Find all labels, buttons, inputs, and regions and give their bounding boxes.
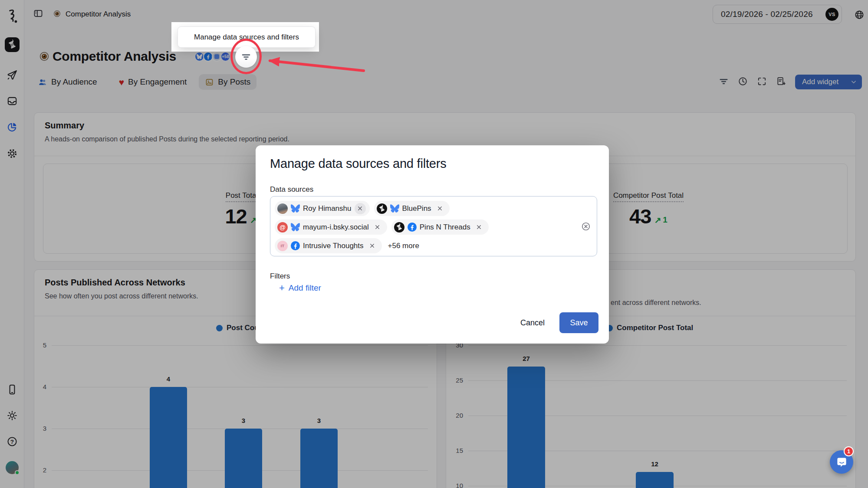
annotation-red-circle	[230, 39, 262, 74]
manage-data-sources-modal: Manage data sources and filters Data sou…	[256, 145, 609, 344]
chip-label: Pins N Threads	[420, 223, 470, 232]
remove-chip-icon[interactable]	[355, 203, 366, 214]
source-chip-mayum[interactable]: @ mayum-i.bsky.social	[275, 219, 387, 235]
source-chip-roy-himanshu[interactable]: Roy Himanshu	[275, 201, 370, 216]
bluesky-icon	[390, 204, 399, 213]
source-chip-pins-n-threads[interactable]: Pins N Threads	[391, 219, 489, 235]
remove-chip-icon[interactable]	[434, 203, 446, 214]
modal-title: Manage data sources and filters	[270, 157, 446, 171]
spool-logo-avatar	[377, 203, 387, 214]
at-symbol-avatar: @	[277, 222, 288, 233]
clear-all-sources-icon[interactable]	[581, 222, 591, 231]
chip-label: Intrusive Thoughts	[303, 242, 364, 250]
filters-label: Filters	[270, 272, 290, 281]
chip-label: mayum-i.bsky.social	[303, 223, 369, 232]
remove-chip-icon[interactable]	[372, 222, 383, 233]
chat-icon	[836, 456, 848, 468]
bluesky-icon	[291, 223, 300, 232]
data-sources-input[interactable]: Roy Himanshu BluePins @ mayum-i.bsky.soc…	[270, 196, 597, 256]
add-filter-button[interactable]: + Add filter	[279, 283, 321, 293]
chip-label: Roy Himanshu	[303, 204, 352, 213]
source-chip-intrusive-thoughts[interactable]: IT Intrusive Thoughts	[275, 238, 382, 253]
add-filter-label: Add filter	[289, 283, 321, 293]
app-root: Competitor Analysis 02/19/2026 - 02/25/2…	[0, 0, 868, 488]
data-sources-label: Data sources	[270, 185, 313, 194]
more-sources-label[interactable]: +56 more	[388, 242, 419, 250]
chip-label: BluePins	[402, 204, 431, 213]
initials-avatar: IT	[277, 241, 288, 251]
spool-logo-avatar	[394, 222, 404, 233]
facebook-icon	[408, 223, 417, 232]
profile-photo-avatar	[277, 203, 288, 214]
facebook-icon	[291, 241, 300, 250]
save-button[interactable]: Save	[559, 312, 598, 333]
remove-chip-icon[interactable]	[367, 240, 378, 252]
plus-icon: +	[279, 283, 285, 293]
cancel-button[interactable]: Cancel	[520, 318, 545, 328]
chat-notification-badge: 1	[844, 446, 854, 456]
bluesky-icon	[291, 204, 300, 213]
annotation-red-arrow	[260, 55, 371, 76]
remove-chip-icon[interactable]	[473, 222, 485, 233]
source-chip-bluepins[interactable]: BluePins	[374, 201, 450, 216]
